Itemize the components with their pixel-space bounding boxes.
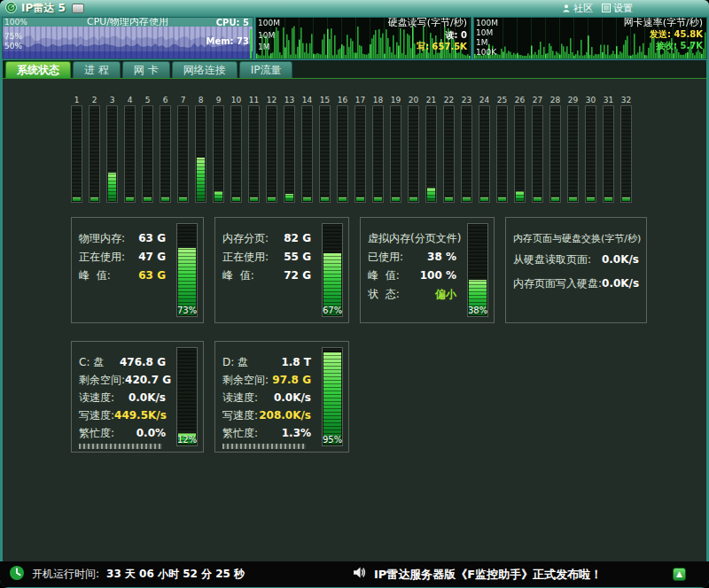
tab-system-status[interactable]: 系统状态 <box>5 61 71 78</box>
disk-io-chart-panel: 100M 10M 1M 硬盘读写(字节/秒) 读: 0 写: 657.5K <box>255 17 471 59</box>
nic-scale-1m: 1M <box>476 38 488 47</box>
table-row: 峰 值:72 G <box>222 267 311 285</box>
disk-panels-row: C: 盘476.8 G 剩余空间:420.7 G 读速度:0.0K/s 写速度:… <box>71 341 706 453</box>
disk-scale-100m: 100M <box>258 19 280 27</box>
cpu-core-gauge-14: 14 <box>301 95 313 203</box>
memory-paging-gauge: 67% <box>322 223 343 317</box>
cpu-core-gauge-13: 13 <box>284 95 295 203</box>
disk-scale-1m: 1M <box>258 43 270 51</box>
system-status-page: 1234567891011121314151617181920212223242… <box>0 79 709 561</box>
table-row: 读速度:0.0K/s <box>79 389 166 406</box>
cpu-core-gauge-26: 26 <box>514 95 526 203</box>
virtual-memory-gauge: 38% <box>467 223 488 317</box>
cpu-core-gauge-2: 2 <box>89 95 100 203</box>
tab-network-connections[interactable]: 网络连接 <box>172 61 238 78</box>
table-row: 从硬盘读取页面:0.0K/s <box>513 248 639 272</box>
cpu-core-gauge-18: 18 <box>372 95 384 203</box>
nic-scale-100k: 100K <box>476 48 496 57</box>
memory-panels-row: 物理内存:63 G 正在使用:47 G 峰 值:63 G 73% 内存分页:82… <box>71 217 706 323</box>
physical-memory-panel: 物理内存:63 G 正在使用:47 G 峰 值:63 G 73% <box>71 217 204 323</box>
mem-value: Mem: 73 <box>206 36 249 46</box>
cpu-core-gauge-19: 19 <box>390 95 401 203</box>
panel-title: 内存页面与硬盘交换(字节/秒) <box>513 229 641 248</box>
uptime-value: 33 天 06 小时 52 分 25 秒 <box>106 567 245 582</box>
nic-chart-title: 网卡速率(字节/秒) <box>624 18 703 28</box>
cpu-core-gauges: 1234567891011121314151617181920212223242… <box>71 95 635 203</box>
cpu-core-gauge-17: 17 <box>354 95 366 203</box>
announcement-app-icon[interactable]: ▲ <box>673 568 686 581</box>
cpu-core-gauge-5: 5 <box>142 95 153 203</box>
cpu-core-gauge-20: 20 <box>408 95 419 203</box>
busy-meter <box>79 444 162 449</box>
disk-c-gauge: 12% <box>176 347 198 446</box>
table-row: 峰 值:100 % <box>368 267 456 285</box>
table-row: 状 态:偏小 <box>368 285 456 304</box>
disk-d-panel: D: 盘1.8 T 剩余空间:97.8 G 读速度:0.0K/s 写速度:208… <box>214 341 349 453</box>
virtual-memory-panel: 虚拟内存(分页文件) 已使用:38 % 峰 值:100 % 状 态:偏小 38% <box>360 217 495 323</box>
tab-bar: 系统状态 进 程 网 卡 网络连接 IP流量 <box>0 60 709 79</box>
status-bar: 开机运行时间: 33 天 06 小时 52 分 25 秒 IP雷达服务器版《F监… <box>0 561 709 587</box>
table-row: 读速度:0.0K/s <box>222 389 311 406</box>
cpu-core-gauge-30: 30 <box>585 95 596 203</box>
disk-c-panel: C: 盘476.8 G 剩余空间:420.7 G 读速度:0.0K/s 写速度:… <box>71 341 204 453</box>
table-row: C: 盘476.8 G <box>79 353 166 371</box>
tab-processes[interactable]: 进 程 <box>73 61 121 78</box>
cpu-core-gauge-22: 22 <box>443 95 455 203</box>
cpu-value: CPU: 5 <box>216 18 249 27</box>
disk-scale-10m: 10M <box>258 31 275 40</box>
table-row: 繁忙度:1.3% <box>222 424 311 442</box>
gear-icon <box>602 4 611 12</box>
speaker-icon[interactable] <box>353 566 366 583</box>
announcement-text[interactable]: IP雷达服务器版《F监控助手》正式发布啦！ <box>374 567 602 583</box>
cpu-chart-title: CPU/物理内存使用 <box>3 17 253 27</box>
physical-memory-gauge: 73% <box>176 223 198 317</box>
cpu-core-gauge-1: 1 <box>71 95 82 203</box>
nic-scale-10m: 10M <box>476 28 493 37</box>
table-row: 峰 值:63 G <box>79 267 166 285</box>
minimize-button[interactable] <box>72 4 84 13</box>
cpu-core-gauge-3: 3 <box>106 95 118 203</box>
cpu-memory-chart-panel: 100% 75% 50% CPU/物理内存使用 CPU: 5 Mem: 73 <box>2 17 253 59</box>
community-link[interactable]: 社区 <box>562 2 593 15</box>
tab-ip-traffic[interactable]: IP流量 <box>239 61 293 78</box>
page-swap-panel: 内存页面与硬盘交换(字节/秒) 从硬盘读取页面:0.0K/s 内存页面写入硬盘:… <box>505 217 647 323</box>
cpu-core-gauge-15: 15 <box>319 95 331 203</box>
table-row: 剩余空间:97.8 G <box>222 371 311 389</box>
table-row: D: 盘1.8 T <box>222 353 311 371</box>
cpu-core-gauge-28: 28 <box>549 95 561 203</box>
cpu-core-gauge-23: 23 <box>461 95 472 203</box>
titlebar: IP雷达 5 社区 <box>0 0 709 16</box>
table-row: 正在使用:47 G <box>79 248 166 267</box>
window-title: IP雷达 5 <box>21 1 66 16</box>
disk-read-value: 读: 0 <box>446 30 467 40</box>
disk-write-value: 写: 657.5K <box>417 42 467 51</box>
cpu-core-gauge-7: 7 <box>177 95 189 203</box>
nic-send-value: 发送: 45.8K <box>650 29 703 39</box>
top-charts: 100% 75% 50% CPU/物理内存使用 CPU: 5 Mem: 73 1… <box>0 16 709 60</box>
memory-paging-panel: 内存分页:82 G 正在使用:55 G 峰 值:72 G 67% <box>214 217 349 323</box>
cpu-scale-75: 75% <box>4 32 22 41</box>
cpu-core-gauge-24: 24 <box>479 95 490 203</box>
cpu-scale-50: 50% <box>4 42 22 50</box>
cpu-core-gauge-21: 21 <box>425 95 437 203</box>
cpu-core-gauge-16: 16 <box>337 95 348 203</box>
table-row: 正在使用:55 G <box>222 248 311 267</box>
table-row: 写速度:449.5K/s <box>79 406 166 424</box>
cpu-core-gauge-32: 32 <box>620 95 632 203</box>
cpu-core-gauge-27: 27 <box>532 95 543 203</box>
table-row: 内存页面写入硬盘:0.0K/s <box>513 272 639 296</box>
cpu-core-gauge-10: 10 <box>230 95 242 203</box>
app-icon <box>5 0 17 17</box>
cpu-core-gauge-12: 12 <box>266 95 277 203</box>
table-row: 内存分页:82 G <box>222 229 311 248</box>
cpu-core-gauge-25: 25 <box>496 95 508 203</box>
uptime-icon <box>9 565 25 584</box>
busy-meter <box>222 444 306 449</box>
tab-nic[interactable]: 网 卡 <box>122 61 170 78</box>
table-row: 物理内存:63 G <box>79 229 166 248</box>
table-row: 繁忙度:0.0% <box>79 424 166 442</box>
cpu-core-gauge-11: 11 <box>248 95 260 203</box>
disk-chart-title: 硬盘读写(字节/秒) <box>388 18 467 28</box>
settings-link[interactable]: 设置 <box>602 2 633 15</box>
cpu-core-gauge-31: 31 <box>603 95 614 203</box>
